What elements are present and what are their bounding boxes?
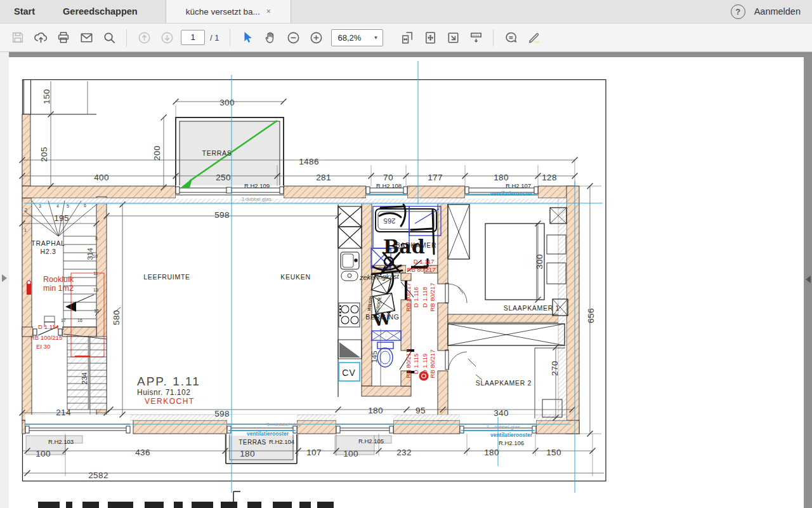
zoom-level-select[interactable]: 68,2% ▼ [331,29,383,46]
collapse-toolbar-icon[interactable] [464,27,487,48]
plan-label: 70 [383,173,393,182]
plan-label: 177 [428,173,443,182]
plan-label: 180 [484,448,499,457]
plan-label: D 1.117 [414,258,435,265]
print-icon[interactable] [52,27,75,48]
plan-label: 281 [316,173,331,182]
comment-icon[interactable] [499,27,522,48]
plan-label: 205 [39,147,49,162]
save-icon[interactable] [6,27,29,48]
tab-tools[interactable]: Gereedschappen [49,0,152,23]
document-tab-title: küche versetzt ba... [186,7,260,17]
plan-label: 1486 [299,157,319,166]
bedroom1-fixtures [445,204,568,316]
plan-label: RB 80/217 [429,283,436,312]
fit-page-icon[interactable] [419,27,442,48]
plan-label: LEEFRUIMTE [143,273,190,281]
plan-label: zekeringkast [359,272,400,281]
staircase [22,201,107,410]
plan-label: 200 [152,145,162,161]
page-scroll-icon[interactable] [396,27,419,48]
plan-label: D 1.119 [421,354,428,375]
plan-label: 214 [56,408,71,417]
left-panel-rail[interactable] [0,52,9,508]
plan-label: 180 [368,406,383,415]
document-tab[interactable]: küche versetzt ba... × [166,0,291,23]
chevron-down-icon: ▼ [374,35,383,41]
plan-label: D 1.115 [412,354,419,375]
plan-label: 150 [42,89,51,104]
plan-label: 3—dubbel glas [266,422,300,427]
plan-label: 2582 [88,471,108,480]
plan-label: Rookluik [43,275,74,284]
plan-label: 656 [586,308,596,323]
zoom-out-icon[interactable] [282,27,304,48]
plan-label: ventilatierooster [490,190,533,197]
insulation-bands [32,198,566,420]
plan-label: CV [342,368,355,378]
tabbar-right: ? Aanmelden [731,0,812,23]
plan-label: 250 [216,173,231,182]
select-tool-icon[interactable] [236,27,259,48]
plan-label: SLAAPKAMER 1 [504,304,560,312]
kitchen-sink [341,252,359,269]
plan-label: 598 [214,409,230,418]
plan-label: 3—dubbel glas [486,424,520,430]
hand-tool-icon[interactable] [259,27,282,48]
plan-label: 3 [39,204,41,208]
search-icon[interactable] [98,27,121,48]
plan-label: 150 [546,448,561,457]
expand-left-panel-icon[interactable] [2,274,7,282]
plan-label: 16 [77,318,82,323]
toolbar-separator [126,29,127,46]
expand-right-panel-icon[interactable] [806,276,811,283]
plan-label: 1 [24,228,27,232]
fire-extinguisher-icon [27,281,31,295]
plan-label: VERKOCHT [145,397,195,406]
plan-label: 180 [494,173,509,182]
stove [339,303,360,327]
plan-label: min 1m2 [43,284,74,293]
plan-label: 100 [343,449,358,458]
sign-in-button[interactable]: Aanmelden [754,6,801,17]
tab-start[interactable]: Start [0,0,49,23]
plan-label: 11 [93,271,98,276]
plan-label: 580 [112,310,121,325]
plan-label: R.H2.103 [48,438,74,445]
plan-label: 180 [240,449,255,458]
close-icon[interactable]: × [266,7,271,16]
plan-label: D 1.116 [412,287,419,308]
pdf-page: 3001486400250281701771801281502052001955… [9,57,804,508]
document-area: 3001486400250281701771801281502052001955… [0,52,812,508]
plan-label: R.H2.105 [358,438,384,444]
door-leaf [445,283,449,303]
plan-label: 300 [219,98,235,107]
page-up-icon[interactable] [133,27,155,48]
highlight-icon[interactable] [522,27,545,48]
plan-label: 145 [370,351,378,363]
plan-label: R.H2.107 [506,182,531,189]
fullscreen-icon[interactable] [442,27,464,48]
plan-label: 3 dubbel glas [241,196,272,202]
plan-label: R.H2.108 [376,182,402,189]
truncated-title-text [38,491,334,508]
plan-label: 4 [56,204,59,208]
plan-label: H2.3 [41,248,56,255]
plan-label: TERRAS [239,439,266,446]
floor-plan: 3001486400250281701771801281502052001955… [9,57,804,508]
plan-label: 5 [67,204,69,208]
plan-label: SLAAPKAMER 2 [476,379,532,387]
plan-label: 265 [383,217,395,225]
plan-label: ventilatierooster [247,431,289,437]
zoom-in-icon[interactable] [304,27,327,48]
plan-label: RB 80/217 [405,283,412,312]
page-number-input[interactable]: 1 [181,30,205,45]
counter-unit [338,340,362,359]
page-down-icon[interactable] [155,27,178,48]
plan-label: KEUKEN [280,273,310,281]
share-upload-icon[interactable] [29,27,52,48]
plan-label: ventilatierooster [490,432,533,438]
help-icon[interactable]: ? [731,4,745,19]
plan-label: 13 [93,288,98,292]
email-icon[interactable] [75,27,98,48]
